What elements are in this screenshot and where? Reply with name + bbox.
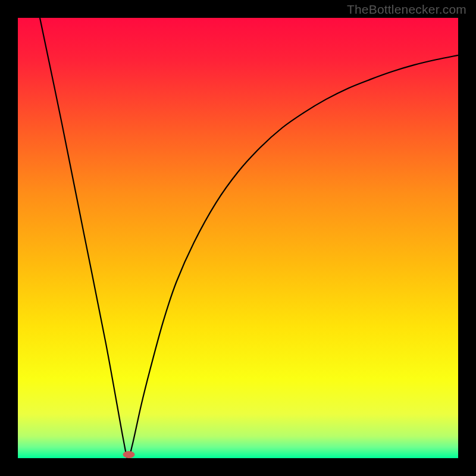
attribution-label: TheBottlenecker.com [347, 2, 466, 17]
bottleneck-chart [18, 18, 458, 458]
optimal-point-marker [123, 451, 134, 458]
chart-frame: TheBottlenecker.com [0, 0, 476, 476]
plot-background [18, 18, 458, 458]
